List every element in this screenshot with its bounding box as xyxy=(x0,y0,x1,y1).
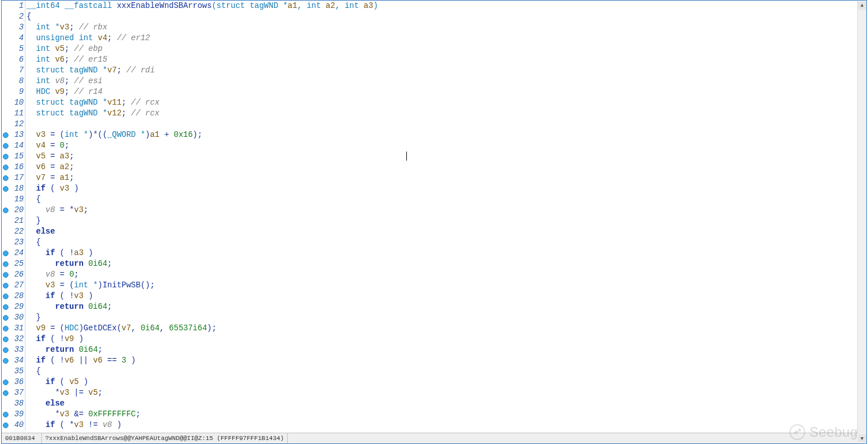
code-area[interactable]: 1__int64 __fastcall xxxEnableWndSBArrows… xyxy=(2,1,866,433)
breakpoint-gutter[interactable] xyxy=(2,76,10,87)
code-text[interactable]: struct tagWND *v7; // rdi xyxy=(25,65,866,76)
scroll-down-icon[interactable]: ▼ xyxy=(858,434,866,443)
code-line[interactable]: 29 return 0i64; xyxy=(2,301,866,312)
code-line[interactable]: 40 if ( *v3 != v8 ) xyxy=(2,420,866,430)
code-line[interactable]: 6 int v6; // er15 xyxy=(2,54,866,65)
code-text[interactable]: else xyxy=(25,226,866,237)
code-text[interactable]: else xyxy=(25,398,866,409)
breakpoint-dot-icon[interactable] xyxy=(3,208,8,213)
breakpoint-dot-icon[interactable] xyxy=(3,261,8,267)
code-line[interactable]: 30 } xyxy=(2,312,866,323)
code-line[interactable]: 1__int64 __fastcall xxxEnableWndSBArrows… xyxy=(2,1,866,11)
code-text[interactable]: v6 = a2; xyxy=(25,162,866,173)
breakpoint-gutter[interactable] xyxy=(2,87,10,97)
code-line[interactable]: 32 if ( !v9 ) xyxy=(2,334,866,344)
code-line[interactable]: 35 { xyxy=(2,366,866,377)
breakpoint-dot-icon[interactable] xyxy=(3,186,8,192)
code-line[interactable]: 24 if ( !a3 ) xyxy=(2,248,866,258)
breakpoint-gutter[interactable] xyxy=(2,334,10,344)
code-text[interactable]: if ( !a3 ) xyxy=(25,248,866,258)
breakpoint-gutter[interactable] xyxy=(2,312,10,323)
code-line[interactable]: 22 else xyxy=(2,226,866,237)
breakpoint-gutter[interactable] xyxy=(2,44,10,54)
code-text[interactable]: } xyxy=(25,312,866,323)
breakpoint-gutter[interactable] xyxy=(2,205,10,215)
code-line[interactable]: 3 int *v3; // rbx xyxy=(2,22,866,33)
scroll-up-icon[interactable]: ▲ xyxy=(858,1,866,10)
breakpoint-gutter[interactable] xyxy=(2,323,10,334)
code-text[interactable]: return 0i64; xyxy=(25,344,866,355)
breakpoint-gutter[interactable] xyxy=(2,183,10,194)
breakpoint-gutter[interactable] xyxy=(2,97,10,108)
code-text[interactable]: if ( v5 ) xyxy=(25,377,866,387)
code-text[interactable]: v9 = (HDC)GetDCEx(v7, 0i64, 65537i64); xyxy=(25,323,866,334)
breakpoint-dot-icon[interactable] xyxy=(3,358,8,364)
breakpoint-dot-icon[interactable] xyxy=(3,380,8,385)
breakpoint-gutter[interactable] xyxy=(2,11,10,22)
breakpoint-dot-icon[interactable] xyxy=(3,175,8,181)
breakpoint-dot-icon[interactable] xyxy=(3,326,8,331)
code-text[interactable]: { xyxy=(25,237,866,248)
code-text[interactable]: *v3 &= 0xFFFFFFFC; xyxy=(25,409,866,420)
breakpoint-gutter[interactable] xyxy=(2,162,10,173)
code-line[interactable]: 17 v7 = a1; xyxy=(2,173,866,183)
code-line[interactable]: 4 unsigned int v4; // er12 xyxy=(2,33,866,44)
breakpoint-gutter[interactable] xyxy=(2,248,10,258)
code-text[interactable]: struct tagWND *v11; // rcx xyxy=(25,97,866,108)
code-text[interactable]: } xyxy=(25,215,866,226)
breakpoint-dot-icon[interactable] xyxy=(3,304,8,310)
breakpoint-gutter[interactable] xyxy=(2,409,10,420)
code-text[interactable]: { xyxy=(25,11,866,22)
code-text[interactable]: v3 = (int *)InitPwSB(); xyxy=(25,280,866,291)
breakpoint-gutter[interactable] xyxy=(2,151,10,162)
code-text[interactable]: if ( *v3 != v8 ) xyxy=(25,420,866,430)
code-line[interactable]: 36 if ( v5 ) xyxy=(2,377,866,387)
code-text[interactable]: return 0i64; xyxy=(25,301,866,312)
breakpoint-gutter[interactable] xyxy=(2,215,10,226)
breakpoint-gutter[interactable] xyxy=(2,173,10,183)
code-line[interactable]: 38 else xyxy=(2,398,866,409)
breakpoint-gutter[interactable] xyxy=(2,280,10,291)
code-text[interactable]: v3 = (int *)*((_QWORD *)a1 + 0x16); xyxy=(25,130,866,140)
code-text[interactable]: HDC v9; // r14 xyxy=(25,87,866,97)
vertical-scrollbar[interactable]: ▲ ▼ xyxy=(857,1,866,443)
code-text[interactable]: v8 = 0; xyxy=(25,269,866,280)
code-text[interactable]: v8 = *v3; xyxy=(25,205,866,215)
code-line[interactable]: 15 v5 = a3; xyxy=(2,151,866,162)
breakpoint-gutter[interactable] xyxy=(2,65,10,76)
code-text[interactable]: int v6; // er15 xyxy=(25,54,866,65)
code-line[interactable]: 16 v6 = a2; xyxy=(2,162,866,173)
code-line[interactable]: 21 } xyxy=(2,215,866,226)
code-text[interactable]: if ( !v9 ) xyxy=(25,334,866,344)
breakpoint-gutter[interactable] xyxy=(2,22,10,33)
code-text[interactable]: unsigned int v4; // er12 xyxy=(25,33,866,44)
breakpoint-dot-icon[interactable] xyxy=(3,132,8,138)
breakpoint-dot-icon[interactable] xyxy=(3,272,8,278)
breakpoint-dot-icon[interactable] xyxy=(3,390,8,396)
code-line[interactable]: 34 if ( !v6 || v6 == 3 ) xyxy=(2,355,866,366)
breakpoint-dot-icon[interactable] xyxy=(3,423,8,428)
breakpoint-dot-icon[interactable] xyxy=(3,337,8,342)
code-line[interactable]: 27 v3 = (int *)InitPwSB(); xyxy=(2,280,866,291)
code-line[interactable]: 8 int v8; // esi xyxy=(2,76,866,87)
code-text[interactable]: __int64 __fastcall xxxEnableWndSBArrows(… xyxy=(25,1,866,11)
breakpoint-dot-icon[interactable] xyxy=(3,283,8,288)
breakpoint-gutter[interactable] xyxy=(2,226,10,237)
breakpoint-gutter[interactable] xyxy=(2,387,10,398)
breakpoint-dot-icon[interactable] xyxy=(3,251,8,256)
breakpoint-dot-icon[interactable] xyxy=(3,154,8,160)
breakpoint-gutter[interactable] xyxy=(2,54,10,65)
code-text[interactable]: return 0i64; xyxy=(25,258,866,269)
breakpoint-dot-icon[interactable] xyxy=(3,347,8,353)
code-text[interactable]: *v3 |= v5; xyxy=(25,387,866,398)
code-text[interactable]: v5 = a3; xyxy=(25,151,866,162)
code-line[interactable]: 23 { xyxy=(2,237,866,248)
code-text[interactable]: if ( v3 ) xyxy=(25,183,866,194)
breakpoint-gutter[interactable] xyxy=(2,377,10,387)
breakpoint-gutter[interactable] xyxy=(2,140,10,151)
breakpoint-gutter[interactable] xyxy=(2,301,10,312)
breakpoint-gutter[interactable] xyxy=(2,194,10,205)
breakpoint-gutter[interactable] xyxy=(2,258,10,269)
breakpoint-gutter[interactable] xyxy=(2,108,10,119)
code-line[interactable]: 9 HDC v9; // r14 xyxy=(2,87,866,97)
